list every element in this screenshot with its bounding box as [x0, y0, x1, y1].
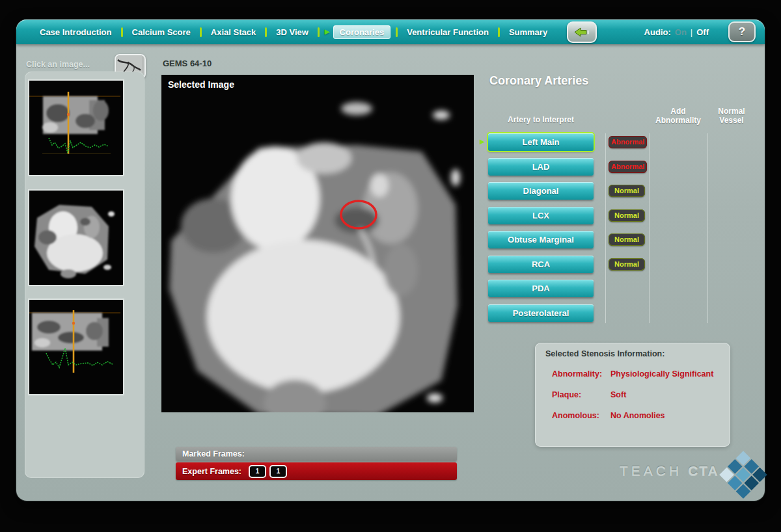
column-header-normal-vessel: Normal Vessel — [706, 107, 757, 125]
tab-case-introduction[interactable]: Case Introduction — [34, 25, 117, 39]
tab-coronaries-label: Coronaries — [333, 25, 391, 39]
help-button[interactable]: ? — [728, 21, 756, 42]
selected-artery-marker-icon: ▶ — [480, 139, 485, 145]
audio-off-toggle[interactable]: Off — [696, 27, 709, 37]
column-header-line: Abnormality — [648, 116, 709, 126]
tab-summary[interactable]: Summary — [504, 25, 553, 39]
artery-row-left-main: ▶ Left Main Abnormal — [488, 133, 664, 151]
thumbnail-curved-mpr-2[interactable] — [28, 299, 124, 395]
stenosis-abnormality-label: Abnormality: — [552, 369, 602, 379]
column-header-add-abnormality: Add Abnormality — [648, 107, 709, 125]
ct-scan-image — [161, 75, 474, 412]
axial-heart-image — [29, 191, 120, 282]
artery-row-lad: LAD Abnormal — [488, 158, 664, 176]
back-arrow-icon — [574, 27, 590, 37]
teach-cta-logo: TEACH CTA — [620, 463, 719, 479]
selected-image-viewer[interactable]: Selected Image — [161, 75, 474, 412]
brand-teach-text: TEACH — [620, 463, 682, 479]
column-divider — [707, 133, 708, 323]
tab-axial-stack[interactable]: Axial Stack — [206, 25, 261, 39]
artery-row-obtuse-marginal: Obtuse Marginal Normal — [488, 231, 664, 248]
artery-row-rca: RCA Normal — [488, 256, 664, 273]
thumbnail-curved-mpr-1[interactable] — [28, 79, 124, 176]
stenosis-info-title: Selected Stenosis Information: — [545, 349, 665, 358]
application-screen: Case Introduction Calcium Score Axial St… — [0, 0, 781, 532]
status-badge-abnormal: Abnormal — [609, 136, 647, 148]
top-navigation-bar: Case Introduction Calcium Score Axial St… — [16, 20, 765, 44]
nav-separator — [265, 27, 267, 37]
column-header-artery: Artery to Interpret — [488, 116, 594, 125]
expert-frame-badge[interactable]: 1 — [249, 465, 266, 478]
status-badge-abnormal: Abnormal — [609, 161, 647, 173]
coronary-arteries-title: Coronary Arteries — [489, 74, 588, 88]
artery-row-pda: PDA — [488, 280, 664, 297]
status-badge-normal: Normal — [609, 233, 645, 246]
tab-calcium-score[interactable]: Calcium Score — [127, 25, 196, 39]
selected-image-title: Selected Image — [168, 79, 234, 90]
artery-button-rca[interactable]: RCA — [488, 256, 594, 273]
expert-frames-bar: Expert Frames: 1 1 — [176, 462, 457, 480]
column-header-line: Vessel — [706, 116, 757, 126]
expert-frame-badges: 1 1 — [249, 465, 287, 478]
artery-button-left-main[interactable]: Left Main — [488, 133, 594, 151]
artery-button-pda[interactable]: PDA — [488, 280, 594, 297]
marked-frames-label: Marked Frames: — [182, 449, 245, 459]
column-header-line: Add — [648, 107, 709, 116]
status-badge-normal: Normal — [609, 258, 645, 271]
sidebar-hint-text: Click an image... — [26, 60, 90, 69]
selected-tab-marker-icon: ▶ — [325, 29, 330, 35]
artery-button-posterolateral[interactable]: Posterolateral — [488, 304, 594, 322]
artery-button-diagonal[interactable]: Diagonal — [488, 182, 594, 200]
artery-row-posterolateral: Posterolateral — [488, 304, 664, 322]
tab-ventricular-function[interactable]: Ventricular Function — [402, 25, 494, 39]
artery-row-lcx: LCX Normal — [488, 207, 664, 224]
expert-frame-badge[interactable]: 1 — [269, 465, 287, 478]
nav-separator — [200, 27, 202, 37]
stenosis-plaque-label: Plaque: — [552, 390, 581, 399]
stenosis-anomolous-value: No Anomolies — [610, 411, 665, 420]
tab-3d-view[interactable]: 3D View — [271, 25, 314, 39]
stenosis-anomolous-label: Anomolous: — [552, 411, 599, 420]
expert-frames-label: Expert Frames: — [182, 467, 241, 476]
artery-button-lcx[interactable]: LCX — [488, 207, 594, 224]
status-badge-normal: Normal — [609, 185, 645, 197]
nav-separator — [121, 27, 123, 37]
curved-mpr-image — [29, 300, 120, 392]
audio-divider: | — [691, 27, 692, 37]
stenosis-abnormality-value: Physiologically Significant — [610, 369, 713, 379]
artery-button-obtuse-marginal[interactable]: Obtuse Marginal — [488, 231, 594, 248]
tab-coronaries[interactable]: ▶ Coronaries — [323, 25, 392, 39]
back-button[interactable] — [567, 21, 597, 43]
audio-control: Audio: On | Off — [644, 27, 709, 37]
audio-on-toggle[interactable]: On — [675, 27, 687, 37]
nav-separator — [498, 27, 500, 37]
audio-label: Audio: — [644, 27, 671, 37]
nav-separator — [318, 27, 320, 37]
column-header-line: Normal — [706, 107, 757, 116]
artery-button-lad[interactable]: LAD — [488, 158, 594, 176]
brand-cta-text: CTA — [688, 463, 719, 479]
marked-frames-bar: Marked Frames: — [176, 447, 457, 461]
status-badge-normal: Normal — [609, 209, 645, 222]
artery-row-diagonal: Diagonal Normal — [488, 182, 664, 200]
stenosis-plaque-value: Soft — [610, 390, 626, 399]
curved-mpr-image — [29, 81, 120, 172]
thumbnail-axial-heart[interactable] — [28, 189, 124, 286]
study-label: GEMS 64-10 — [163, 59, 212, 68]
nav-separator — [396, 27, 398, 37]
selected-stenosis-info-box: Selected Stenosis Information: Abnormali… — [535, 343, 730, 447]
